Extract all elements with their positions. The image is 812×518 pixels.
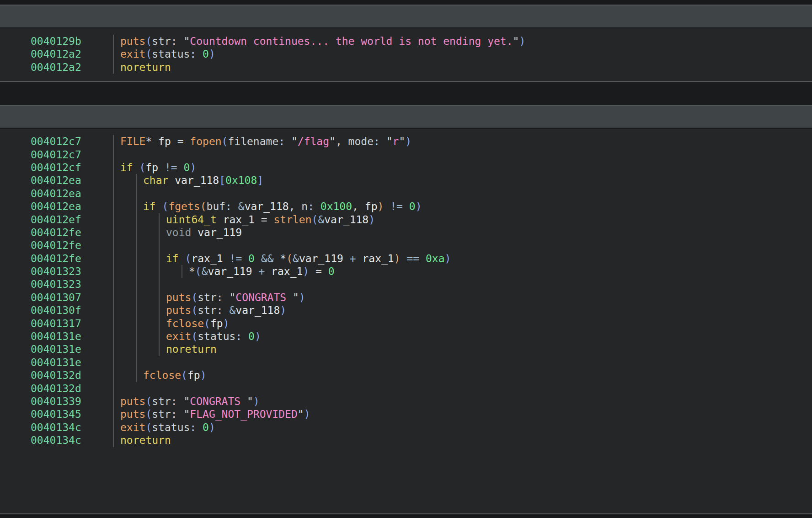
token-lb[interactable]: str: (152, 408, 183, 420)
token-kw[interactable]: if (166, 253, 179, 264)
token-pl[interactable] (217, 214, 223, 226)
token-im[interactable]: fclose (166, 318, 204, 329)
token-pl[interactable]: " (184, 408, 190, 420)
token-num[interactable]: 0 (203, 48, 209, 60)
code-line[interactable]: 0040132d (0, 382, 812, 395)
code-line[interactable]: 00401307puts(str: "CONGRATS ") (0, 291, 812, 304)
address[interactable]: 004012fe (31, 239, 81, 252)
token-im[interactable]: strlen (273, 214, 311, 226)
token-str[interactable]: CONGRATS (235, 291, 293, 303)
token-pl[interactable]: " (184, 395, 190, 407)
token-pl[interactable] (133, 162, 139, 173)
token-p1[interactable]: ( (181, 369, 187, 381)
code-line[interactable]: 0040131eexit(status: 0) (0, 330, 812, 343)
token-pl[interactable] (242, 253, 248, 264)
token-lb[interactable]: str: (198, 304, 229, 316)
code-line[interactable]: 004012fevoid var_119 (0, 226, 812, 239)
token-num[interactable]: 0 (203, 421, 209, 433)
token-var[interactable]: var_118 (235, 304, 280, 316)
token-var[interactable]: fp (210, 318, 223, 329)
address[interactable]: 0040132d (31, 382, 81, 395)
address[interactable]: 004012ef (31, 213, 81, 226)
code-line[interactable]: 00401323 (0, 278, 812, 291)
token-num[interactable]: 0 (248, 253, 255, 264)
token-pl[interactable]: = (255, 214, 274, 226)
token-op[interactable]: & (238, 200, 245, 212)
token-kw[interactable]: noreturn (120, 434, 171, 446)
token-p1[interactable]: ) (223, 318, 230, 329)
token-pl[interactable]: " (293, 291, 299, 303)
token-im[interactable]: exit (166, 330, 191, 342)
token-p1[interactable]: ) (416, 200, 422, 212)
token-kw[interactable]: char (143, 174, 168, 186)
address[interactable]: 00401323 (31, 278, 81, 291)
token-p2[interactable]: ) (377, 200, 384, 212)
token-pl[interactable]: " (247, 395, 253, 407)
token-num[interactable]: 0x108 (225, 174, 257, 186)
token-kw[interactable]: noreturn (166, 343, 217, 355)
token-num[interactable]: 0 (184, 162, 190, 173)
token-p1[interactable]: ( (191, 330, 198, 342)
token-p1[interactable]: ( (145, 35, 152, 47)
token-p2[interactable]: ( (200, 200, 207, 212)
address[interactable]: 004012fe (31, 226, 81, 239)
token-pl[interactable]: " (298, 408, 304, 420)
token-p1[interactable]: ) (445, 253, 451, 264)
token-kw[interactable]: noreturn (120, 61, 171, 73)
token-im[interactable]: fclose (143, 369, 181, 381)
token-pl[interactable] (156, 200, 162, 212)
code-line[interactable]: 004012eaif (fgets(buf: &var_118, n: 0x10… (0, 200, 812, 213)
code-line[interactable]: 00401317fclose(fp) (0, 317, 812, 330)
token-var[interactable]: var_118 (175, 174, 219, 186)
token-str[interactable]: Countdown continues... the world is not … (190, 35, 513, 47)
code-line[interactable]: 00401323*(&var_119 + rax_1) = 0 (0, 265, 812, 278)
token-lb[interactable]: str: (152, 395, 183, 407)
token-pl[interactable] (255, 253, 261, 264)
token-p1[interactable]: ( (195, 265, 202, 277)
code-line[interactable]: 004012c7 (0, 148, 812, 161)
code-line[interactable]: 0040130fputs(str: &var_118) (0, 304, 812, 317)
code-line[interactable]: 00401339puts(str: "CONGRATS ") (0, 395, 812, 408)
token-p1[interactable]: ] (257, 174, 263, 186)
code-line[interactable]: 004012cfif (fp != 0) (0, 161, 812, 174)
token-im[interactable]: puts (166, 291, 191, 303)
token-str[interactable]: r (393, 135, 399, 147)
code-line[interactable]: 004012eachar var_118[0x108] (0, 174, 812, 187)
function-header-abort-launch[interactable]: 004012b0 void abort_launch() __noreturn (0, 106, 812, 129)
code-line[interactable]: 004012c7FILE* fp = fopen(filename: "/fla… (0, 135, 812, 148)
token-p1[interactable]: ) (299, 291, 305, 303)
code-line[interactable]: 00401345puts(str: "FLAG_NOT_PROVIDED") (0, 408, 812, 421)
code-line[interactable]: 004012efuint64_t rax_1 = strlen(&var_118… (0, 213, 812, 226)
token-p1[interactable]: ) (209, 421, 215, 433)
token-p1[interactable]: ) (190, 162, 196, 173)
token-p1[interactable]: ) (405, 135, 411, 147)
token-str[interactable]: /flag (298, 135, 329, 147)
address[interactable]: 004012c7 (31, 135, 81, 148)
token-pl[interactable] (252, 265, 259, 277)
token-pl[interactable]: , (289, 200, 302, 212)
token-var[interactable]: var_119 (208, 265, 252, 277)
token-pl[interactable] (343, 253, 350, 264)
token-lb[interactable]: str: (152, 35, 183, 47)
token-num[interactable]: 0 (248, 330, 255, 342)
token-var[interactable]: fp (187, 369, 200, 381)
code-line[interactable]: 004012a2exit(status: 0) (0, 48, 812, 60)
code-line[interactable]: 004012fe (0, 239, 812, 252)
token-pl[interactable]: = (309, 265, 328, 277)
address[interactable]: 0040131e (31, 356, 81, 369)
token-lb[interactable]: n: (301, 200, 321, 212)
address[interactable]: 0040131e (31, 343, 81, 356)
token-p1[interactable]: ( (145, 408, 152, 420)
token-p1[interactable]: ( (145, 48, 152, 60)
token-pl[interactable] (191, 227, 198, 238)
code-line[interactable]: 004012ea (0, 187, 812, 200)
token-str[interactable]: CONGRATS (190, 395, 247, 407)
token-op[interactable]: & (230, 304, 236, 316)
token-p2[interactable]: ( (286, 253, 293, 264)
token-pl[interactable] (158, 162, 165, 173)
token-im[interactable]: FILE (120, 135, 145, 147)
token-num[interactable]: 0 (328, 265, 335, 277)
token-kw[interactable]: if (143, 200, 156, 212)
token-p1[interactable]: ) (303, 265, 309, 277)
address[interactable]: 004012a2 (31, 48, 81, 60)
